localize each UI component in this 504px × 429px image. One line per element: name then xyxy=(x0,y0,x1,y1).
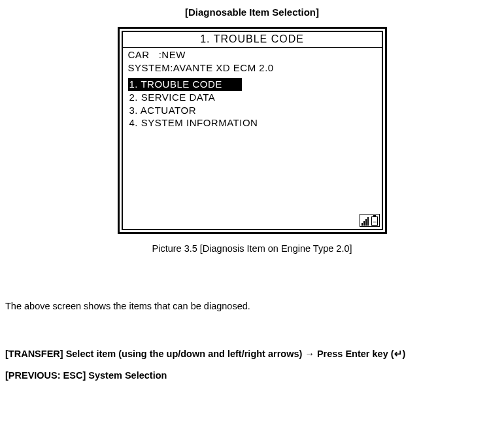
car-label: CAR xyxy=(128,49,150,60)
system-value: :AVANTE XD ECM 2.0 xyxy=(170,62,273,73)
menu-list: 1. TROUBLE CODE 2. SERVICE DATA 3. ACTUA… xyxy=(128,78,382,129)
screen-bezel: 1. TROUBLE CODE CAR :NEW SYSTEM:AVANTE X… xyxy=(118,27,387,234)
page-title: [Diagnosable Item Selection] xyxy=(0,7,504,18)
menu-item-1[interactable]: 1. TROUBLE CODE xyxy=(128,78,382,91)
menu-item-4[interactable]: 4. SYSTEM INFORMATION xyxy=(128,116,382,129)
transfer-instruction: [TRANSFER] Select item (using the up/dow… xyxy=(5,343,499,365)
figure-caption: Picture 3.5 [Diagnosis Item on Engine Ty… xyxy=(0,243,504,254)
menu-item-2[interactable]: 2. SERVICE DATA xyxy=(128,91,382,104)
signal-icon xyxy=(361,216,369,226)
battery-icon xyxy=(371,216,378,226)
status-bar xyxy=(360,214,380,227)
previous-instruction: [PREVIOUS: ESC] System Selection xyxy=(5,365,499,386)
screen-header: 1. TROUBLE CODE xyxy=(123,32,382,48)
screen-container: 1. TROUBLE CODE CAR :NEW SYSTEM:AVANTE X… xyxy=(0,27,504,234)
car-line: CAR :NEW xyxy=(128,48,382,61)
device-screen: 1. TROUBLE CODE CAR :NEW SYSTEM:AVANTE X… xyxy=(122,31,383,230)
menu-item-3[interactable]: 3. ACTUATOR xyxy=(128,104,382,117)
description-paragraph: The above screen shows the items that ca… xyxy=(5,300,499,314)
screen-body: CAR :NEW SYSTEM:AVANTE XD ECM 2.0 1. TRO… xyxy=(123,48,382,129)
system-line: SYSTEM:AVANTE XD ECM 2.0 xyxy=(128,61,382,75)
system-label: SYSTEM xyxy=(128,62,171,73)
car-value: :NEW xyxy=(159,49,186,60)
